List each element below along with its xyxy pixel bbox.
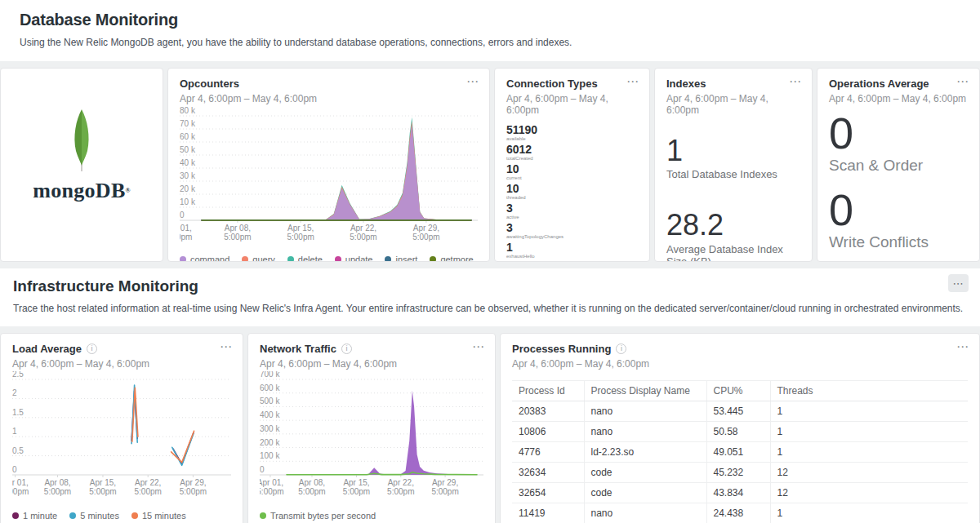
infra-cards-row: Load Average i ⋯ Apr 4, 6:00pm – May 4, …: [0, 333, 980, 523]
svg-text:5:00pm: 5:00pm: [180, 233, 192, 242]
registered-mark: ®: [126, 187, 131, 194]
legend-dot-icon: [131, 512, 138, 519]
legend-item-update[interactable]: update: [335, 255, 373, 262]
svg-text:Apr 29,: Apr 29,: [432, 478, 458, 487]
svg-text:5:00pm: 5:00pm: [287, 233, 314, 242]
card-title-text: Network Traffic: [260, 343, 336, 356]
legend-item-command[interactable]: command: [180, 255, 229, 262]
legend-label: update: [345, 255, 373, 262]
network-traffic-chart[interactable]: 700 k600 k500 k400 k300 k200 k100 k0Apr …: [260, 371, 483, 507]
card-menu-icon[interactable]: ⋯: [626, 75, 639, 87]
svg-text:2.5: 2.5: [12, 371, 24, 379]
page-title: Database Monitoring: [20, 11, 960, 29]
table-cell: 12: [770, 482, 968, 503]
card-title-text: Processes Running: [512, 343, 611, 356]
card-title: Connection Types: [506, 78, 638, 91]
indexes-card: Indexes ⋯ Apr 4, 6:00pm – May 4, 6:00pm …: [654, 68, 813, 262]
card-menu-icon[interactable]: ⋯: [220, 340, 233, 352]
time-range: Apr 4, 6:00pm – May 4, 6:00pm: [512, 358, 968, 370]
svg-text:70 k: 70 k: [180, 119, 196, 128]
info-icon[interactable]: i: [87, 343, 97, 354]
info-icon[interactable]: i: [341, 343, 352, 354]
svg-text:0.5: 0.5: [12, 445, 24, 454]
table-cell: 45.232: [706, 462, 770, 482]
legend-item-getmore[interactable]: getmore: [430, 255, 473, 262]
card-menu-icon[interactable]: ⋯: [472, 340, 485, 352]
legend-dot-icon: [260, 512, 266, 519]
svg-text:0: 0: [260, 465, 265, 474]
mongodb-wordmark: mongoDB®: [33, 179, 131, 203]
legend-dot-icon: [12, 512, 19, 519]
legend-item-transmit-bytes-per-second[interactable]: Transmit bytes per second: [260, 511, 376, 521]
metric: 1exhaustHello: [506, 241, 638, 259]
svg-text:300 k: 300 k: [260, 423, 280, 432]
svg-text:Apr 08,: Apr 08,: [44, 478, 70, 487]
load-average-chart[interactable]: 2.521.510.50Apr 01,5:00pmApr 08,5:00pmAp…: [12, 371, 231, 507]
table-cell: nano: [584, 401, 706, 421]
card-menu-icon[interactable]: ⋯: [956, 75, 969, 87]
card-title: Operations Average: [829, 78, 968, 91]
legend-item-query[interactable]: query: [242, 255, 275, 262]
table-cell: 32634: [512, 462, 584, 482]
table-row: 32654code43.83412: [512, 482, 968, 503]
legend-label: 1 minute: [23, 511, 57, 521]
opcounters-legend: commandquerydeleteupdateinsertgetmore: [180, 255, 478, 262]
time-range: Apr 4, 6:00pm – May 4, 6:00pm: [829, 93, 968, 104]
legend-item-5-minutes[interactable]: 5 minutes: [69, 511, 119, 521]
metric: 10threaded: [506, 182, 638, 201]
metric: 0Write Conflicts: [829, 188, 968, 251]
ellipsis-icon: ⋯: [953, 277, 964, 290]
legend-item-delete[interactable]: delete: [287, 255, 323, 262]
svg-text:Apr 29,: Apr 29,: [413, 224, 439, 233]
table-cell: 4776: [512, 441, 584, 462]
metric-label: current: [506, 175, 638, 181]
svg-text:Apr 22,: Apr 22,: [135, 478, 161, 487]
card-menu-icon[interactable]: ⋯: [956, 340, 969, 352]
svg-text:5:00pm: 5:00pm: [350, 233, 376, 242]
table-cell: 11419: [512, 503, 584, 523]
column-header[interactable]: Process Id: [512, 380, 584, 401]
table-cell: 32654: [512, 482, 584, 503]
metric-label: Scan & Order: [829, 157, 968, 175]
column-header[interactable]: Threads: [770, 380, 968, 401]
svg-text:5:00pm: 5:00pm: [431, 487, 458, 496]
metric-label: totalCreated: [506, 156, 638, 162]
svg-text:0: 0: [12, 465, 17, 474]
metric-value: 1: [506, 260, 638, 262]
table-cell: ld-2.23.so: [584, 441, 706, 462]
legend-item-1-minute[interactable]: 1 minute: [12, 511, 57, 521]
metric-label: Write Conflicts: [829, 233, 968, 251]
legend-dot-icon: [287, 256, 294, 262]
svg-text:Apr 15,: Apr 15,: [287, 224, 314, 233]
time-range: Apr 4, 6:00pm – May 4, 6:00pm: [666, 93, 800, 116]
info-icon[interactable]: i: [616, 343, 626, 354]
svg-text:5:00pm: 5:00pm: [44, 487, 71, 496]
section-menu-button[interactable]: ⋯: [948, 274, 969, 292]
legend-dot-icon: [69, 512, 76, 519]
table-row: 10806nano50.581: [512, 421, 968, 441]
legend-label: Transmit bytes per second: [270, 511, 376, 521]
table-cell: 1: [770, 421, 968, 441]
section-subtitle: Trace the host related information at re…: [13, 303, 967, 314]
column-header[interactable]: CPU%: [706, 380, 770, 401]
time-range: Apr 4, 6:00pm – May 4, 6:00pm: [506, 93, 638, 116]
svg-text:200 k: 200 k: [260, 437, 280, 446]
metric: 10current: [506, 162, 638, 181]
column-header[interactable]: Process Display Name: [584, 380, 706, 401]
table-cell: 43.834: [706, 482, 770, 503]
metric: 28.2Average Database Index Size (KB): [666, 210, 800, 262]
operations-average-list: 0Scan & Order0Write Conflicts: [829, 111, 968, 251]
card-title: Network Traffic i: [260, 343, 483, 356]
time-range: Apr 4, 6:00pm – May 4, 6:00pm: [260, 358, 483, 370]
legend-item-insert[interactable]: insert: [385, 255, 417, 262]
opcounters-chart[interactable]: 80 k70 k60 k50 k40 k30 k20 k10 k0Apr 01,…: [180, 106, 478, 250]
table-cell: 1: [770, 503, 968, 523]
svg-text:100 k: 100 k: [260, 451, 280, 460]
infra-section-header: Infrastructure Monitoring Trace the host…: [0, 268, 980, 326]
card-menu-icon[interactable]: ⋯: [466, 75, 479, 87]
legend-item-15-minutes[interactable]: 15 minutes: [131, 511, 186, 521]
svg-text:0: 0: [180, 211, 185, 219]
svg-text:Apr 15,: Apr 15,: [90, 478, 116, 487]
table-cell: 53.445: [706, 401, 770, 421]
card-menu-icon[interactable]: ⋯: [789, 75, 802, 87]
